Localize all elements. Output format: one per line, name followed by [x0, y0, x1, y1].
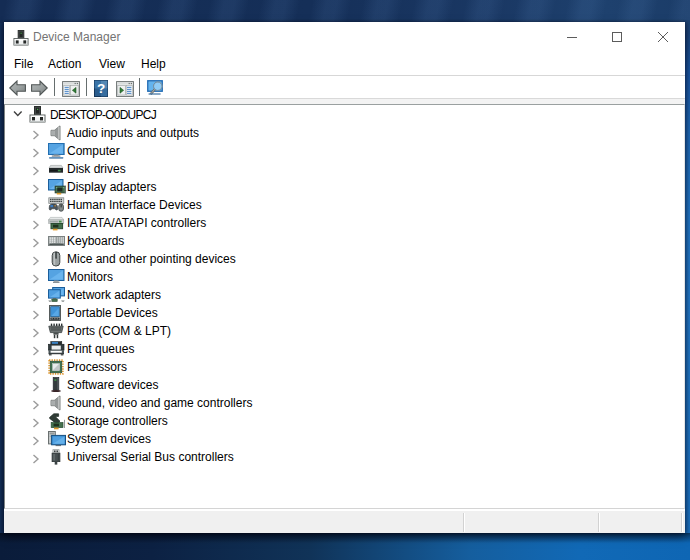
svg-text:?: ?	[97, 81, 105, 96]
